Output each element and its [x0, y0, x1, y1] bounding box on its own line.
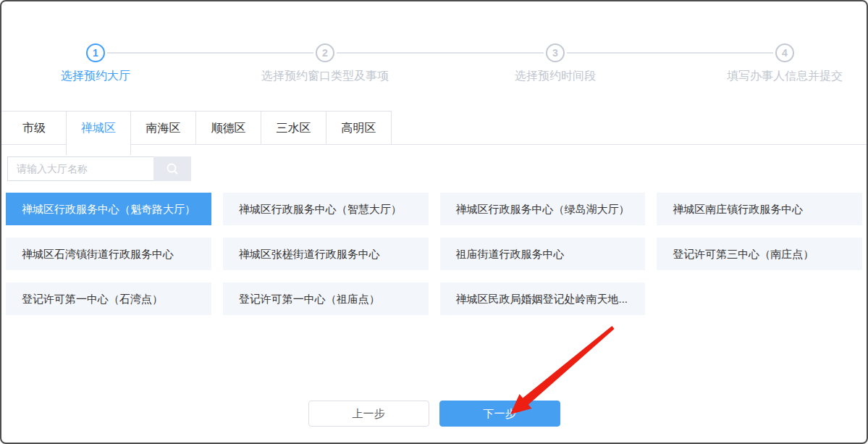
step-number-badge: 1: [86, 43, 105, 62]
tab-chancheng[interactable]: 禅城区: [66, 111, 131, 155]
step-select-time-slot: 3 选择预约时间段: [515, 43, 596, 84]
tab-nanhai[interactable]: 南海区: [131, 111, 196, 144]
tab-gaoming[interactable]: 高明区: [326, 111, 392, 144]
hall-grid: 禅城区行政服务中心（魁奇路大厅） 禅城区行政服务中心（智慧大厅） 禅城区行政服务…: [6, 193, 862, 315]
tab-shunde[interactable]: 顺德区: [196, 111, 261, 144]
step-label: 选择预约时间段: [515, 69, 596, 84]
hall-item[interactable]: 登记许可第三中心（南庄点）: [657, 238, 862, 270]
hall-search: [7, 156, 861, 181]
hall-item[interactable]: 禅城区石湾镇街道行政服务中心: [6, 238, 211, 270]
step-label: 选择预约窗口类型及事项: [261, 69, 389, 84]
hall-item[interactable]: 禅城区行政服务中心（绿岛湖大厅）: [440, 193, 646, 225]
hall-item[interactable]: 祖庙街道行政服务中心: [440, 238, 646, 270]
step-label: 选择预约大厅: [61, 69, 130, 84]
stepper: 1 选择预约大厅 2 选择预约窗口类型及事项 3 选择预约时间段 4 填写办事人…: [1, 1, 867, 111]
hall-search-input[interactable]: [7, 156, 153, 181]
step-label: 填写办事人信息并提交: [727, 69, 843, 84]
hall-item[interactable]: 禅城区张槎街道行政服务中心: [223, 238, 429, 270]
hall-item[interactable]: 禅城区民政局婚姻登记处岭南天地...: [440, 282, 646, 315]
appointment-wizard-panel: 1 选择预约大厅 2 选择预约窗口类型及事项 3 选择预约时间段 4 填写办事人…: [0, 0, 868, 444]
hall-item[interactable]: 禅城区南庄镇行政服务中心: [657, 193, 862, 225]
prev-step-button[interactable]: 上一步: [308, 401, 429, 427]
step-select-window-type: 2 选择预约窗口类型及事项: [261, 43, 389, 84]
district-tabbar: 市级 禅城区 南海区 顺德区 三水区 高明区: [1, 111, 867, 145]
step-fill-info-submit: 4 填写办事人信息并提交: [727, 43, 843, 84]
wizard-footer: 上一步 下一步: [1, 401, 867, 427]
step-select-hall: 1 选择预约大厅: [61, 43, 130, 84]
hall-item[interactable]: 登记许可第一中心（祖庙点）: [223, 282, 429, 315]
hall-item[interactable]: 禅城区行政服务中心（智慧大厅）: [223, 193, 429, 225]
search-icon: [165, 162, 180, 176]
step-number-badge: 4: [775, 43, 794, 62]
hall-item[interactable]: 登记许可第一中心（石湾点）: [6, 282, 211, 315]
search-button[interactable]: [153, 156, 191, 181]
tab-city-level[interactable]: 市级: [1, 111, 67, 144]
next-step-button[interactable]: 下一步: [439, 401, 560, 427]
hall-item[interactable]: 禅城区行政服务中心（魁奇路大厅）: [6, 193, 211, 225]
district-tabs: 市级 禅城区 南海区 顺德区 三水区 高明区: [1, 111, 867, 156]
step-number-badge: 2: [316, 43, 334, 62]
tab-sanshui[interactable]: 三水区: [261, 111, 326, 144]
step-number-badge: 3: [546, 43, 565, 62]
